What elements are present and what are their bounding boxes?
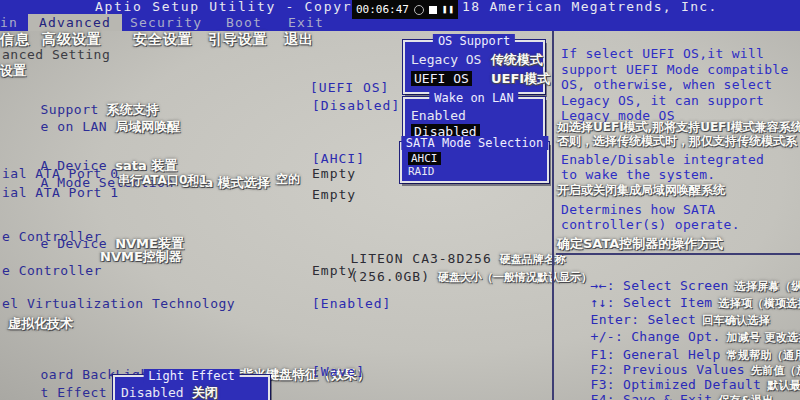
popup-item-label-selected: AHCI [408,152,441,165]
help-line: support UEFI Mode compatible [561,62,789,77]
help-line: to wake the system. [561,167,715,182]
empty-cn-label: 空的 [276,171,300,188]
tab-boot[interactable]: Boot [218,14,270,31]
popup-item-label: Enabled [411,108,466,123]
help-line-cn: 开启或关闭集成局域网唤醒系统 [557,182,725,199]
nvme-controller-cn: NVME控制器 [100,248,182,266]
help-line-cn: 否则，选择传统模式时，那仅支持传统模式系 [557,133,797,150]
popup-light-effect: Light Effect Disabled关闭 [113,375,270,400]
subtitle-boot: 引导设置 [208,31,268,49]
help-line: OS, otherwise, when select [561,77,772,92]
record-circle-icon [414,5,424,15]
popup-wake-on-lan: Wake on LAN Enabled Disabled [403,97,545,139]
recorder-time: 00:06:47 [356,3,409,16]
help-line: Legacy OS, it can support [561,93,764,108]
option-label: t Effect [41,385,108,400]
option-label-cn: 局域网唤醒 [115,119,180,134]
key-action: Save & Exit [623,392,712,400]
tab-security[interactable]: Security [122,14,210,31]
help-divider [556,253,800,255]
subtitle-exit: 退出 [284,31,314,49]
stop-icon[interactable] [429,6,437,14]
option-sata-port0[interactable]: ial ATA Port 0 [2,166,119,181]
tab-advanced[interactable]: Advanced [28,14,122,31]
panel-divider [552,31,554,400]
option-os-support-value: [UEFI OS] [310,80,389,95]
popup-sata-mode: SATA Mode Selection AHCI RAID [400,142,549,183]
help-line: controller(s) operate. [561,217,740,232]
option-sata-port1[interactable]: ial ATA Port 1 [2,185,119,200]
popup-os-support: OS Support Legacy OS传统模式 UEFI OSUEFI模式 [403,40,545,94]
option-nvme-controller1[interactable]: e Controller [2,229,102,244]
option-nvme-controller2-value: Empty [312,263,356,278]
popup-item-cn: 关闭 [192,384,218,400]
app-title-left: Aptio Setup Utility - Copyr [95,0,352,14]
pause-icon[interactable]: ❚❚ [442,5,455,14]
option-sata-port1-value: Empty [312,187,356,202]
popup-item-raid[interactable]: RAID [402,165,547,178]
popup-item-cn: UEFI模式 [491,70,550,88]
help-line: Determines how SATA [561,202,715,217]
section-heading-cn: 设置 [0,62,26,80]
tab-main[interactable]: in [0,14,26,31]
help-line: If select UEFI OS,it will [561,46,764,61]
option-light-effect-value: [Wave] [312,364,365,379]
popup-title: OS Support [433,34,515,48]
key-glyph: F4: [591,392,615,400]
option-label: e on LAN [41,119,108,134]
subtitle-security: 安全设置 [133,31,193,49]
popup-title: Wake on LAN [429,91,518,105]
popup-item-uefi-os[interactable]: UEFI OSUEFI模式 [405,69,543,88]
popup-title: SATA Mode Selection [401,136,548,150]
key-cn: 保存&退出 [718,394,773,400]
popup-title: Light Effect [143,369,240,383]
option-virtualization-value: [Enabled] [312,296,391,311]
section-heading: anced Setting [2,47,110,62]
option-virtualization[interactable]: el Virtualization Technology [2,296,235,311]
popup-item-label: Legacy OS [411,52,491,67]
help-line-cn: 确定SATA控制器的操作方式 [557,235,723,253]
option-sata-port-cn: 串行ATA口0和1 [118,172,208,189]
drive-size: (256.0GB) [351,269,430,284]
option-sata-port0-value: Empty [312,166,356,181]
popup-item-cn: 传统模式 [491,51,543,69]
popup-item-label: Disabled [121,385,184,400]
recorder-overlay: 00:06:47 ❚❚ [352,0,458,19]
virtualization-cn: 虚拟化技术 [8,315,73,333]
option-nvme-controller2[interactable]: e Controller [2,263,102,278]
bios-setup-screen: Aptio Setup Utility - Copyr 18 American … [0,0,800,400]
app-title-right: 18 American Megatrends, Inc. [462,0,718,14]
option-wake-on-lan-value: [Disabled] [312,98,400,113]
help-line: Enable/Disable integrated [561,152,764,167]
tab-exit[interactable]: Exit [280,14,332,31]
popup-item-label-selected: UEFI OS [411,71,472,86]
option-sata-mode-value: [AHCI] [312,151,365,166]
popup-item-label: RAID [408,165,435,178]
key-f4-save-exit: F4: Save & Exit保存&退出 [558,377,774,400]
